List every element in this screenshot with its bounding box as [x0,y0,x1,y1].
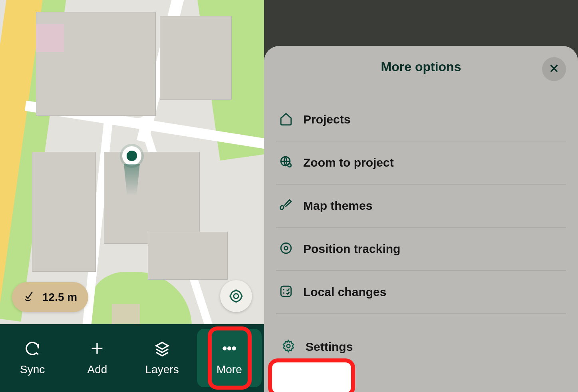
target-icon [279,241,293,257]
current-location-marker [120,144,144,168]
option-zoom-to-project[interactable]: Zoom to project [276,141,566,185]
option-zoom-label: Zoom to project [303,156,394,169]
option-themes-label: Map themes [303,199,372,213]
more-options-screen: More options Projects Zoom to project Ma… [264,0,578,392]
accuracy-chip[interactable]: 12.5 m [12,282,88,312]
accuracy-value: 12.5 m [42,291,77,304]
options-list: Projects Zoom to project Map themes Posi… [276,98,566,376]
nav-add[interactable]: Add [65,324,129,392]
option-tracking-label: Position tracking [303,242,400,256]
option-projects-label: Projects [303,113,350,126]
gear-icon [282,339,295,354]
svg-rect-9 [281,286,291,296]
nav-layers[interactable]: Layers [130,324,195,392]
svg-point-7 [284,247,288,250]
checklist-icon [279,285,293,300]
sync-icon [24,340,40,359]
nav-more-label: More [217,363,242,376]
satellite-icon [23,289,36,305]
svg-point-0 [234,294,238,298]
brush-icon [279,198,293,213]
map-screen: 12.5 m Sync Add Layers More [0,0,264,392]
svg-point-8 [281,243,291,253]
svg-point-4 [233,347,235,349]
svg-point-1 [231,291,242,302]
option-local-changes-label: Local changes [303,285,386,299]
option-projects[interactable]: Projects [276,98,566,141]
svg-point-2 [224,347,226,349]
sheet-title: More options [276,60,566,74]
annotation-highlight-settings-bg [272,362,351,392]
more-options-sheet: More options Projects Zoom to project Ma… [264,46,578,392]
plus-icon [89,340,105,359]
nav-more[interactable]: More [197,329,262,387]
option-position-tracking[interactable]: Position tracking [276,228,566,271]
globe-search-icon [279,155,293,170]
locate-button[interactable] [220,280,252,312]
option-local-changes[interactable]: Local changes [276,271,566,314]
option-map-themes[interactable]: Map themes [276,185,566,228]
close-button[interactable] [542,57,566,81]
bottom-nav: Sync Add Layers More [0,324,264,392]
more-icon [221,340,237,359]
option-settings-label: Settings [306,340,353,354]
nav-sync[interactable]: Sync [0,324,65,392]
nav-add-label: Add [87,363,107,376]
layers-icon [154,340,170,359]
close-icon [548,63,560,76]
svg-point-3 [228,347,230,349]
nav-sync-label: Sync [20,363,45,376]
home-icon [279,112,293,127]
nav-layers-label: Layers [145,363,179,376]
svg-point-10 [287,344,290,348]
